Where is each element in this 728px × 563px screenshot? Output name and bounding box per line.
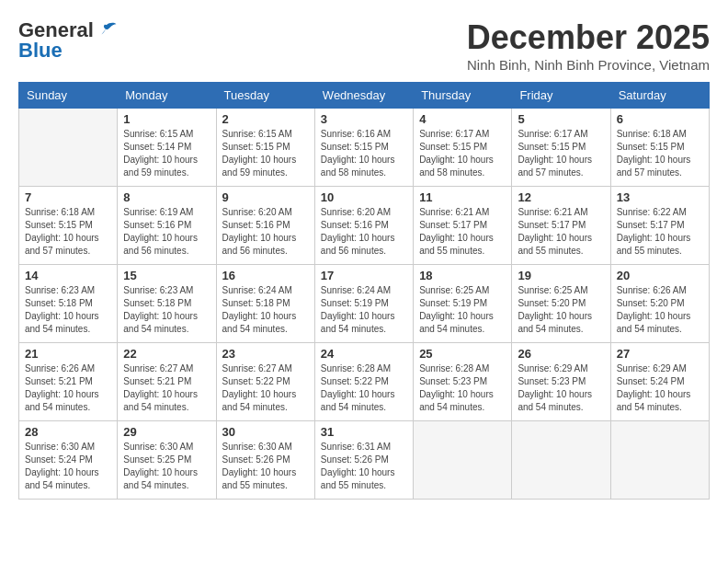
month-title: December 2025 [467, 18, 710, 57]
calendar-cell: 10Sunrise: 6:20 AMSunset: 5:16 PMDayligh… [314, 187, 413, 265]
calendar-cell: 3Sunrise: 6:16 AMSunset: 5:15 PMDaylight… [314, 109, 413, 187]
calendar-cell: 21Sunrise: 6:26 AMSunset: 5:21 PMDayligh… [19, 343, 118, 421]
day-info: Sunrise: 6:28 AMSunset: 5:22 PMDaylight:… [321, 362, 407, 414]
day-number: 10 [321, 190, 407, 204]
day-number: 6 [617, 112, 703, 126]
day-header-friday: Friday [512, 83, 610, 109]
day-info: Sunrise: 6:31 AMSunset: 5:26 PMDaylight:… [321, 441, 407, 492]
day-number: 2 [222, 112, 309, 126]
day-number: 3 [321, 112, 407, 126]
calendar-cell: 13Sunrise: 6:22 AMSunset: 5:17 PMDayligh… [610, 187, 709, 265]
calendar-cell: 12Sunrise: 6:21 AMSunset: 5:17 PMDayligh… [512, 187, 610, 265]
calendar-cell: 27Sunrise: 6:29 AMSunset: 5:24 PMDayligh… [610, 343, 709, 421]
calendar-cell: 28Sunrise: 6:30 AMSunset: 5:24 PMDayligh… [19, 421, 118, 500]
day-number: 24 [321, 347, 407, 361]
calendar-cell: 26Sunrise: 6:29 AMSunset: 5:23 PMDayligh… [512, 343, 610, 421]
day-info: Sunrise: 6:24 AMSunset: 5:18 PMDaylight:… [222, 284, 309, 336]
calendar-cell: 16Sunrise: 6:24 AMSunset: 5:18 PMDayligh… [216, 265, 314, 343]
day-info: Sunrise: 6:15 AMSunset: 5:14 PMDaylight:… [123, 128, 210, 179]
day-number: 12 [518, 190, 604, 204]
days-header-row: SundayMondayTuesdayWednesdayThursdayFrid… [19, 83, 710, 109]
day-number: 7 [25, 190, 111, 204]
day-info: Sunrise: 6:30 AMSunset: 5:25 PMDaylight:… [123, 441, 210, 492]
day-info: Sunrise: 6:17 AMSunset: 5:15 PMDaylight:… [518, 128, 604, 179]
day-info: Sunrise: 6:20 AMSunset: 5:16 PMDaylight:… [222, 206, 309, 258]
calendar-cell: 8Sunrise: 6:19 AMSunset: 5:16 PMDaylight… [118, 187, 216, 265]
day-number: 31 [321, 425, 407, 439]
day-number: 11 [419, 190, 506, 204]
day-info: Sunrise: 6:27 AMSunset: 5:22 PMDaylight:… [222, 362, 309, 414]
day-info: Sunrise: 6:15 AMSunset: 5:15 PMDaylight:… [222, 128, 309, 179]
day-info: Sunrise: 6:25 AMSunset: 5:20 PMDaylight:… [518, 284, 604, 336]
calendar-cell: 30Sunrise: 6:30 AMSunset: 5:26 PMDayligh… [216, 421, 314, 500]
calendar-cell: 1Sunrise: 6:15 AMSunset: 5:14 PMDaylight… [118, 109, 216, 187]
week-row-4: 21Sunrise: 6:26 AMSunset: 5:21 PMDayligh… [19, 343, 710, 421]
day-info: Sunrise: 6:28 AMSunset: 5:23 PMDaylight:… [419, 362, 506, 414]
day-number: 27 [617, 347, 703, 361]
day-info: Sunrise: 6:21 AMSunset: 5:17 PMDaylight:… [518, 206, 604, 258]
calendar-cell [610, 421, 709, 500]
day-number: 8 [123, 190, 210, 204]
calendar-cell: 4Sunrise: 6:17 AMSunset: 5:15 PMDaylight… [414, 109, 512, 187]
calendar-cell: 31Sunrise: 6:31 AMSunset: 5:26 PMDayligh… [314, 421, 413, 500]
calendar-cell [512, 421, 610, 500]
day-number: 20 [617, 269, 703, 282]
day-number: 18 [419, 269, 506, 282]
calendar-cell: 22Sunrise: 6:27 AMSunset: 5:21 PMDayligh… [118, 343, 216, 421]
calendar-cell: 15Sunrise: 6:23 AMSunset: 5:18 PMDayligh… [118, 265, 216, 343]
day-info: Sunrise: 6:19 AMSunset: 5:16 PMDaylight:… [123, 206, 210, 258]
day-number: 14 [25, 269, 111, 282]
day-number: 15 [123, 269, 210, 282]
day-number: 21 [25, 347, 111, 361]
day-info: Sunrise: 6:30 AMSunset: 5:26 PMDaylight:… [222, 441, 309, 492]
day-info: Sunrise: 6:18 AMSunset: 5:15 PMDaylight:… [617, 128, 703, 179]
calendar-cell: 20Sunrise: 6:26 AMSunset: 5:20 PMDayligh… [610, 265, 709, 343]
logo-bird-icon [96, 21, 118, 40]
day-info: Sunrise: 6:27 AMSunset: 5:21 PMDaylight:… [123, 362, 210, 414]
calendar-cell: 19Sunrise: 6:25 AMSunset: 5:20 PMDayligh… [512, 265, 610, 343]
calendar-cell: 7Sunrise: 6:18 AMSunset: 5:15 PMDaylight… [19, 187, 118, 265]
day-number: 4 [419, 112, 506, 126]
title-section: December 2025 Ninh Binh, Ninh Binh Provi… [467, 18, 710, 73]
day-number: 22 [123, 347, 210, 361]
page-header: General Blue December 2025 Ninh Binh, Ni… [18, 18, 710, 73]
day-info: Sunrise: 6:17 AMSunset: 5:15 PMDaylight:… [419, 128, 506, 179]
day-info: Sunrise: 6:30 AMSunset: 5:24 PMDaylight:… [25, 441, 111, 492]
day-number: 29 [123, 425, 210, 439]
calendar-cell: 9Sunrise: 6:20 AMSunset: 5:16 PMDaylight… [216, 187, 314, 265]
calendar-cell: 14Sunrise: 6:23 AMSunset: 5:18 PMDayligh… [19, 265, 118, 343]
day-header-wednesday: Wednesday [314, 83, 413, 109]
day-number: 23 [222, 347, 309, 361]
week-row-5: 28Sunrise: 6:30 AMSunset: 5:24 PMDayligh… [19, 421, 710, 500]
calendar-cell [414, 421, 512, 500]
day-number: 16 [222, 269, 309, 282]
day-number: 13 [617, 190, 703, 204]
day-number: 1 [123, 112, 210, 126]
day-number: 26 [518, 347, 604, 361]
calendar-cell: 23Sunrise: 6:27 AMSunset: 5:22 PMDayligh… [216, 343, 314, 421]
calendar-cell: 17Sunrise: 6:24 AMSunset: 5:19 PMDayligh… [314, 265, 413, 343]
week-row-3: 14Sunrise: 6:23 AMSunset: 5:18 PMDayligh… [19, 265, 710, 343]
day-info: Sunrise: 6:22 AMSunset: 5:17 PMDaylight:… [617, 206, 703, 258]
logo-blue: Blue [18, 39, 63, 63]
day-header-tuesday: Tuesday [216, 83, 314, 109]
calendar-cell: 5Sunrise: 6:17 AMSunset: 5:15 PMDaylight… [512, 109, 610, 187]
day-info: Sunrise: 6:16 AMSunset: 5:15 PMDaylight:… [321, 128, 407, 179]
calendar-cell: 24Sunrise: 6:28 AMSunset: 5:22 PMDayligh… [314, 343, 413, 421]
calendar-cell: 6Sunrise: 6:18 AMSunset: 5:15 PMDaylight… [610, 109, 709, 187]
day-info: Sunrise: 6:21 AMSunset: 5:17 PMDaylight:… [419, 206, 506, 258]
day-info: Sunrise: 6:26 AMSunset: 5:20 PMDaylight:… [617, 284, 703, 336]
day-number: 5 [518, 112, 604, 126]
calendar-cell: 2Sunrise: 6:15 AMSunset: 5:15 PMDaylight… [216, 109, 314, 187]
calendar-cell: 29Sunrise: 6:30 AMSunset: 5:25 PMDayligh… [118, 421, 216, 500]
week-row-1: 1Sunrise: 6:15 AMSunset: 5:14 PMDaylight… [19, 109, 710, 187]
calendar-cell: 25Sunrise: 6:28 AMSunset: 5:23 PMDayligh… [414, 343, 512, 421]
day-info: Sunrise: 6:24 AMSunset: 5:19 PMDaylight:… [321, 284, 407, 336]
day-header-sunday: Sunday [19, 83, 118, 109]
day-header-thursday: Thursday [414, 83, 512, 109]
day-info: Sunrise: 6:29 AMSunset: 5:23 PMDaylight:… [518, 362, 604, 414]
day-number: 17 [321, 269, 407, 282]
day-number: 9 [222, 190, 309, 204]
day-info: Sunrise: 6:26 AMSunset: 5:21 PMDaylight:… [25, 362, 111, 414]
calendar-cell: 18Sunrise: 6:25 AMSunset: 5:19 PMDayligh… [414, 265, 512, 343]
